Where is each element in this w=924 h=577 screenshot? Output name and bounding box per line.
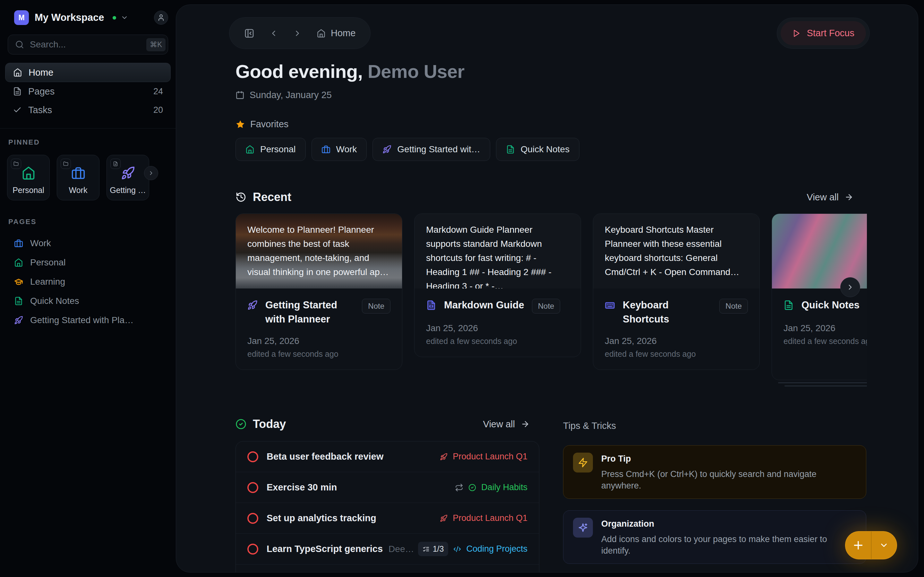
user-avatar-button[interactable] (154, 11, 168, 25)
task-checkbox[interactable] (247, 482, 258, 493)
task-checkbox[interactable] (247, 544, 258, 554)
task-title: Set up analytics tracking (267, 513, 376, 524)
today-task-list: Beta user feedback review Product Launch… (236, 441, 540, 572)
nav-back-button[interactable] (269, 29, 278, 38)
play-icon (792, 29, 800, 37)
task-project-tag[interactable]: Coding Projects (466, 544, 527, 554)
task-note-preview: Deep div… (389, 544, 418, 554)
pages-list: Work Personal Learning Quick Notes (6, 234, 176, 330)
pinned-card-work[interactable]: Work (57, 155, 99, 200)
search-input[interactable] (29, 39, 146, 50)
check-icon (13, 105, 22, 114)
pinned-scroll-next-button[interactable] (144, 166, 158, 180)
page-item-learning[interactable]: Learning (6, 272, 176, 292)
chevron-down-icon[interactable] (121, 14, 128, 21)
task-checkbox[interactable] (247, 451, 258, 462)
repeat-icon (455, 484, 463, 492)
favorite-chip-label: Personal (260, 144, 296, 155)
view-all-label: View all (483, 419, 515, 430)
rocket-icon (107, 166, 149, 180)
favorites-chips: Personal Work Getting Started wit… (236, 138, 866, 161)
main-panel: Home Start Focus Good evening, Demo User (176, 5, 918, 572)
favorite-chip-getting-started[interactable]: Getting Started wit… (373, 138, 490, 161)
sidebar-item-pages[interactable]: Pages 24 (5, 82, 171, 101)
file-text-icon (783, 300, 794, 310)
favorite-chip-quick-notes[interactable]: Quick Notes (496, 138, 580, 161)
today-title: Today (253, 417, 286, 431)
page-item-work[interactable]: Work (6, 234, 176, 253)
sidebar-item-tasks[interactable]: Tasks 20 (5, 101, 171, 119)
tip-card-pro-tip: Pro Tip Press Cmd+K (or Ctrl+K) to quick… (563, 445, 866, 499)
favorite-chip-label: Quick Notes (521, 144, 570, 155)
card-stack-line (778, 382, 867, 384)
keyboard-icon (605, 300, 615, 310)
tip-title: Organization (601, 519, 856, 529)
note-type-badge: Note (532, 299, 561, 314)
workspace-switcher[interactable]: M My Workspace (14, 10, 168, 25)
online-status-dot (113, 16, 116, 19)
task-checkbox[interactable] (247, 513, 258, 524)
favorites-header: Favorites (236, 119, 866, 129)
task-project-tag[interactable]: Daily Habits (481, 482, 527, 492)
add-options-button[interactable] (871, 532, 897, 559)
card-preview-area: Keyboard Shortcuts Master Planneer with … (593, 214, 759, 288)
task-row[interactable]: Learn TypeScript generics Deep div… 1/3 (236, 533, 539, 564)
page-item-label: Quick Notes (30, 296, 79, 306)
tip-title: Pro Tip (601, 454, 856, 464)
page-item-personal[interactable]: Personal (6, 253, 176, 272)
add-new-button[interactable] (845, 532, 871, 559)
subtask-count-badge: 1/3 (418, 542, 449, 556)
task-project-tag[interactable]: Product Launch Q1 (453, 513, 527, 523)
nav-forward-button[interactable] (293, 29, 302, 38)
breadcrumb: Home (229, 17, 371, 49)
page-item-getting-started[interactable]: Getting Started with Pla… (6, 311, 176, 330)
task-row[interactable]: Build a weather dashboard Practice API i… (236, 564, 539, 572)
card-date: Jan 25, 2026 (783, 323, 867, 334)
card-date: Jan 25, 2026 (605, 336, 748, 346)
page-content: Good evening, Demo User Sunday, January … (176, 61, 918, 572)
recent-card-getting-started[interactable]: Welcome to Planneer! Planneer combines t… (236, 213, 402, 370)
favorite-chip-work[interactable]: Work (312, 138, 367, 161)
pinned-card-getting-started[interactable]: Getting … (107, 155, 149, 200)
today-section: Today View all Beta user feedback r (236, 417, 540, 572)
task-row[interactable]: Exercise 30 min Daily Habits (236, 472, 539, 503)
recent-view-all-link[interactable]: View all (807, 192, 853, 203)
task-project-tag[interactable]: Product Launch Q1 (453, 452, 527, 462)
page-item-label: Learning (30, 277, 65, 287)
start-focus-button[interactable]: Start Focus (780, 21, 866, 45)
sidebar-collapse-button[interactable] (244, 28, 254, 39)
page-item-quick-notes[interactable]: Quick Notes (6, 292, 176, 311)
sidebar-item-label: Tasks (28, 105, 52, 115)
note-type-badge: Note (719, 299, 748, 314)
list-checks-icon (423, 546, 430, 553)
recent-card-markdown-guide[interactable]: Markdown Guide Planneer supports standar… (414, 213, 581, 357)
arrow-right-icon (521, 420, 530, 429)
sidebar-item-home[interactable]: Home (5, 63, 171, 82)
favorite-chip-personal[interactable]: Personal (236, 138, 306, 161)
breadcrumb-home-label: Home (331, 28, 355, 39)
task-row[interactable]: Set up analytics tracking Product Launch… (236, 503, 539, 533)
recent-scroll-next-button[interactable] (840, 277, 860, 297)
search-icon (15, 40, 24, 49)
favorite-chip-label: Getting Started wit… (397, 144, 480, 155)
search-bar[interactable]: ⌘K (8, 35, 168, 55)
recent-card-keyboard-shortcuts[interactable]: Keyboard Shortcuts Master Planneer with … (593, 213, 760, 370)
task-row[interactable]: Beta user feedback review Product Launch… (236, 442, 539, 472)
top-bar: Home Start Focus (229, 17, 870, 49)
focus-button-container: Start Focus (777, 18, 870, 49)
tip-description: Add icons and colors to your pages to ma… (601, 533, 856, 556)
sparkles-icon (573, 518, 593, 538)
rocket-icon (383, 145, 391, 154)
briefcase-icon (57, 166, 99, 180)
rocket-icon (247, 300, 258, 310)
user-icon (157, 14, 165, 21)
workspace-name: My Workspace (35, 12, 104, 23)
subtask-count: 1/3 (433, 544, 444, 554)
today-view-all-link[interactable]: View all (483, 419, 530, 430)
card-date: Jan 25, 2026 (426, 323, 569, 334)
pinned-card-personal[interactable]: Personal (7, 155, 50, 200)
breadcrumb-home[interactable]: Home (317, 28, 355, 39)
note-type-badge: Note (362, 299, 391, 314)
date-row: Sunday, January 25 (236, 90, 866, 100)
card-preview-text: Markdown Guide Planneer supports standar… (426, 225, 551, 288)
